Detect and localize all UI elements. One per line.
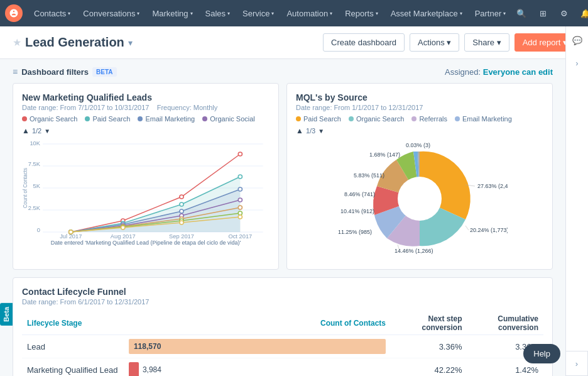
stage-mql: Marketing Qualified Lead	[22, 358, 124, 377]
chevron-down-icon: ▾	[503, 11, 506, 16]
charts-row: New Marketing Qualified Leads Date range…	[13, 83, 553, 270]
svg-point-23	[238, 175, 242, 179]
svg-point-43	[180, 221, 183, 224]
nav-service[interactable]: Service ▾	[236, 0, 280, 26]
nav-automation[interactable]: Automation ▾	[280, 0, 339, 26]
dashboard-title-area: ★ Lead Generation ▾	[13, 35, 133, 50]
pie-chart-meta: Date range: From 1/1/2017 to 12/31/2017	[296, 104, 543, 111]
svg-point-17	[180, 195, 183, 199]
chevron-down-icon: ▾	[460, 11, 462, 16]
svg-text:27.63% (2,420): 27.63% (2,420)	[477, 183, 508, 189]
pie-chart-card: MQL's by Source Date range: From 1/1/201…	[286, 83, 553, 270]
right-panel: 💬 ›	[565, 26, 588, 376]
line-chart-meta: Date range: From 7/1/2017 to 10/31/2017 …	[22, 104, 270, 111]
svg-text:5K: 5K	[33, 183, 40, 189]
filters-row: ≡ Dashboard filters BETA Assigned: Every…	[13, 67, 553, 77]
table-row: Marketing Qualified Lead 3,984 42.22% 1.…	[22, 358, 543, 377]
chevron-down-icon[interactable]: ▼	[44, 128, 50, 135]
nav-reports[interactable]: Reports ▾	[339, 0, 384, 26]
nav-partner[interactable]: Partner ▾	[469, 0, 513, 26]
beta-side-button[interactable]: Beta	[0, 303, 13, 326]
mql-bar-cell: 3,984	[124, 358, 391, 377]
next-page-icon[interactable]: ›	[569, 54, 586, 72]
header-bar: ★ Lead Generation ▾ Create dashboard Act…	[0, 26, 588, 59]
next-arrow-button[interactable]: ›	[565, 351, 588, 376]
svg-text:5.83% (511): 5.83% (511)	[354, 172, 384, 179]
pie-chart-title: MQL's by Source	[296, 92, 543, 102]
actions-button[interactable]: Actions ▾	[410, 33, 459, 52]
svg-point-22	[180, 202, 183, 206]
chevron-down-icon: ▾	[137, 11, 139, 16]
help-button[interactable]: Help	[523, 344, 560, 363]
svg-text:Oct 2017: Oct 2017	[228, 233, 252, 240]
svg-text:2.5K: 2.5K	[28, 205, 40, 211]
x-axis-label: Date entered 'Marketing Qualified Lead (…	[22, 240, 270, 246]
chevron-down-icon: ▾	[68, 11, 70, 16]
svg-point-32	[238, 198, 242, 202]
nav-right-icons: 🔍 ⊞ ⚙ 🔔 JD ▾	[512, 4, 588, 23]
legend-item-organic-social: Organic Social	[202, 115, 255, 123]
hubspot-logo[interactable]	[5, 4, 23, 22]
svg-text:20.24% (1,773): 20.24% (1,773)	[470, 227, 508, 233]
lead-count: 118,570	[134, 342, 161, 351]
create-dashboard-button[interactable]: Create dashboard	[323, 33, 405, 52]
apps-icon[interactable]: ⊞	[533, 4, 552, 23]
svg-point-36	[238, 206, 242, 209]
svg-text:8.46% (741): 8.46% (741)	[344, 191, 375, 197]
chevron-down-icon: ▾	[376, 11, 378, 16]
dashboard-area: ≡ Dashboard filters BETA Assigned: Every…	[0, 59, 588, 376]
pie-chart-legend: Paid Search Organic Search Referrals Ema…	[296, 115, 543, 123]
search-icon[interactable]: 🔍	[512, 4, 531, 23]
assigned-value[interactable]: Everyone can edit	[483, 67, 553, 77]
legend-paid-search: Paid Search	[296, 115, 341, 123]
filters-left: ≡ Dashboard filters BETA	[13, 67, 117, 77]
svg-point-28	[238, 187, 242, 191]
nav-marketing[interactable]: Marketing ▾	[146, 0, 199, 26]
svg-text:Sep 2017: Sep 2017	[169, 233, 194, 240]
lead-next-step: 3.36%	[391, 335, 467, 358]
svg-text:Aug 2017: Aug 2017	[111, 233, 136, 240]
col-next-step: Next step conversion	[391, 312, 467, 335]
col-cumulative: Cumulative conversion	[467, 312, 544, 335]
nav-asset-marketplace[interactable]: Asset Marketplace ▾	[384, 0, 469, 26]
svg-point-44	[238, 215, 242, 219]
svg-text:0: 0	[37, 227, 40, 233]
share-button[interactable]: Share ▾	[464, 33, 509, 52]
legend-item-paid-search: Paid Search	[85, 115, 130, 123]
mql-count: 3,984	[143, 365, 161, 374]
svg-point-46	[398, 177, 442, 221]
favorite-star-icon[interactable]: ★	[13, 36, 21, 48]
svg-text:14.46% (1,266): 14.46% (1,266)	[395, 248, 433, 254]
chevron-down-icon: ▾	[271, 11, 274, 16]
funnel-table: Lifecycle Stage Count of Contacts Next s…	[22, 312, 543, 376]
svg-point-42	[121, 226, 125, 229]
funnel-title: Contact Lifecycle Funnel	[22, 287, 543, 297]
chat-icon[interactable]: 💬	[569, 31, 586, 49]
title-dropdown-icon[interactable]: ▾	[128, 38, 133, 48]
svg-point-41	[69, 230, 73, 234]
line-chart-pagination: ▲ 1/2 ▼	[22, 126, 270, 135]
chevron-down-icon[interactable]: ▼	[318, 128, 324, 135]
line-chart-card: New Marketing Qualified Leads Date range…	[13, 83, 279, 270]
col-lifecycle: Lifecycle Stage	[22, 312, 124, 335]
pie-chart-visual: 27.63% (2,420) 20.24% (1,773) 14.46% (1,…	[296, 138, 543, 260]
svg-text:10K: 10K	[30, 140, 40, 147]
chevron-down-icon: ▾	[227, 11, 230, 16]
filter-icon: ≡	[13, 67, 18, 77]
svg-text:11.25% (985): 11.25% (985)	[338, 229, 372, 235]
beta-badge: BETA	[92, 67, 116, 77]
svg-point-40	[238, 211, 242, 215]
nav-conversations[interactable]: Conversations ▾	[77, 0, 146, 26]
nav-contacts[interactable]: Contacts ▾	[28, 0, 77, 26]
legend-email-marketing: Email Marketing	[455, 115, 512, 123]
legend-item-organic-search: Organic Search	[22, 115, 77, 123]
nav-sales[interactable]: Sales ▾	[199, 0, 237, 26]
svg-text:10.41% (912): 10.41% (912)	[340, 208, 374, 214]
col-count: Count of Contacts	[124, 312, 391, 335]
settings-icon[interactable]: ⚙	[555, 4, 574, 23]
filters-label: Dashboard filters	[21, 67, 89, 77]
notifications-icon[interactable]: 🔔	[576, 4, 588, 23]
stage-lead: Lead	[22, 335, 124, 358]
line-chart-legend: Organic Search Paid Search Email Marketi…	[22, 115, 270, 123]
table-row: Lead 118,570 3.36% 3.36%	[22, 335, 543, 358]
